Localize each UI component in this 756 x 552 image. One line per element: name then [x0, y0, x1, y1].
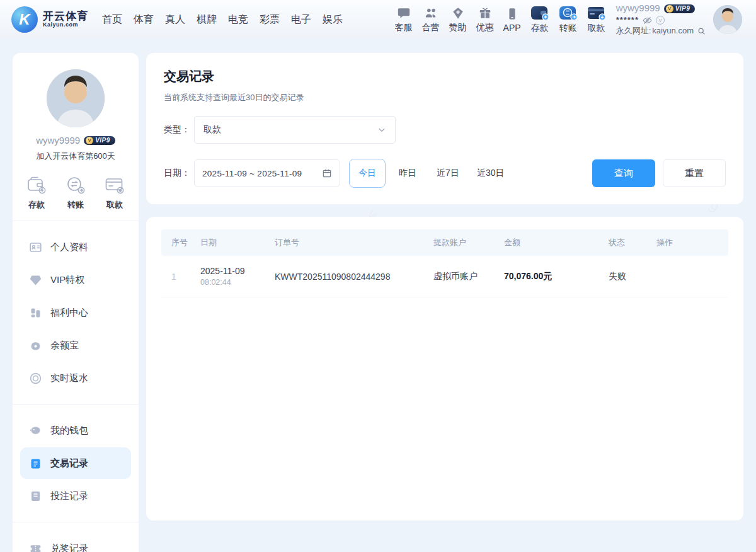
sidebar-item-label: VIP特权 [50, 274, 84, 286]
refresh-balance-icon[interactable]: v [656, 16, 665, 25]
range-today-button[interactable]: 今日 [349, 159, 386, 188]
sidebar-username: wywy9999 [36, 135, 80, 146]
user-info-block: wywy9999 V VIP9 ****** v 永久网址: kaiyun.co… [616, 3, 706, 36]
vip-level: VIP9 [675, 5, 690, 13]
sidebar-item-prize-records[interactable]: 兑奖记录 [20, 532, 131, 552]
bet-record-icon [29, 490, 42, 503]
range-7days-button[interactable]: 近7日 [430, 159, 466, 188]
nav-live[interactable]: 真人 [165, 13, 185, 26]
nav-sports[interactable]: 体育 [134, 13, 154, 26]
nav-esports[interactable]: 电竞 [228, 13, 248, 26]
brand-logo[interactable]: K 开云体育 Kaiyun.com [11, 6, 88, 33]
wallet-transfer[interactable]: 转账 [559, 5, 578, 34]
sidebar-vip-badge[interactable]: V VIP9 [84, 136, 115, 145]
service-promo[interactable]: 优惠 [476, 6, 494, 33]
sidebar-item-rebate[interactable]: 实时返水 [20, 362, 131, 394]
reset-button[interactable]: 重置 [663, 159, 726, 187]
gift-icon [478, 6, 492, 20]
deposit-icon [530, 5, 549, 21]
vip-level: VIP9 [95, 137, 110, 144]
service-label: 合营 [422, 22, 440, 33]
site-domain[interactable]: kaiyun.com [652, 26, 694, 36]
sidebar-item-yuebao[interactable]: 余额宝 [20, 330, 131, 361]
nav-lottery[interactable]: 彩票 [260, 13, 280, 26]
sidebar-item-label: 余额宝 [50, 340, 79, 352]
sidebar-item-transactions[interactable]: 交易记录 [20, 447, 131, 479]
type-label: 类型： [164, 124, 194, 135]
sidebar-avatar[interactable] [47, 69, 105, 127]
phone-icon [505, 7, 519, 21]
rebate-icon [29, 372, 42, 385]
sidebar: wywy9999 V VIP9 加入开云体育第600天 存款 转账 [13, 53, 139, 552]
sidebar-item-vip[interactable]: VIP特权 [20, 264, 131, 296]
wallet-label: 取款 [588, 23, 605, 34]
money-pot-icon [29, 339, 42, 352]
row-index: 1 [171, 272, 200, 282]
sidebar-item-my-wallet[interactable]: 我的钱包 [20, 415, 131, 446]
type-select[interactable]: 取款 [194, 116, 396, 144]
nav-home[interactable]: 首页 [102, 13, 122, 26]
row-account: 虚拟币账户 [433, 271, 504, 282]
welfare-icon [29, 306, 42, 319]
row-date: 2025-11-09 [200, 266, 275, 276]
service-customer[interactable]: 客服 [395, 6, 413, 33]
service-affiliate[interactable]: 合营 [422, 6, 440, 33]
chevron-down-icon [377, 125, 386, 134]
service-app[interactable]: APP [503, 7, 521, 33]
date-range-picker[interactable]: 2025-11-09 ~ 2025-11-09 [194, 159, 340, 187]
col-status: 状态 [609, 237, 656, 248]
sidebar-item-profile[interactable]: 个人资料 [20, 231, 131, 263]
nav-cards[interactable]: 棋牌 [197, 13, 217, 26]
sidebar-quick-actions: 存款 转账 取款 [13, 176, 139, 210]
vip-badge[interactable]: V VIP9 [664, 4, 696, 14]
range-yesterday-button[interactable]: 昨日 [389, 159, 426, 188]
col-date: 日期 [200, 237, 275, 248]
filter-card: 交易记录 当前系统支持查询最近30日的交易记录 类型： 取款 日期： 2025-… [146, 53, 743, 204]
balance-masked: ****** [616, 15, 639, 25]
quick-transfer[interactable]: 转账 [66, 176, 86, 210]
divider [13, 522, 139, 522]
sidebar-item-bet-records[interactable]: 投注记录 [20, 480, 131, 512]
wallet-withdraw[interactable]: 取款 [587, 5, 606, 34]
avatar[interactable] [713, 5, 742, 34]
page-title: 交易记录 [164, 68, 726, 85]
withdraw-icon [587, 5, 606, 21]
service-sponsor[interactable]: 赞助 [449, 6, 467, 33]
vip-shield-icon: V [666, 5, 673, 13]
magnifier-icon[interactable] [697, 27, 706, 35]
eye-off-icon[interactable] [643, 16, 652, 25]
card-outline-icon [105, 176, 125, 195]
date-range-value: 2025-11-09 ~ 2025-11-09 [202, 169, 302, 178]
quick-action-label: 转账 [67, 199, 84, 210]
page-subtitle: 当前系统支持查询最近30日的交易记录 [164, 92, 726, 103]
ticket-icon [29, 542, 42, 552]
piggy-wallet-icon [29, 424, 42, 437]
quick-withdraw[interactable]: 取款 [105, 176, 125, 210]
transactions-icon [29, 457, 42, 470]
brand-name: 开云体育 [43, 11, 88, 22]
wallet-deposit[interactable]: 存款 [530, 5, 549, 34]
calendar-icon [322, 168, 332, 178]
site-label: 永久网址: [616, 26, 651, 36]
quick-action-label: 存款 [28, 199, 45, 210]
query-button[interactable]: 查询 [592, 159, 655, 187]
table-row: 1 2025-11-09 08:02:44 KWWT20251109080244… [161, 256, 728, 297]
transfer-icon [559, 5, 578, 21]
divider [13, 221, 139, 221]
id-card-icon [29, 241, 42, 254]
sidebar-item-label: 实时返水 [50, 372, 88, 384]
table-header: 序号 日期 订单号 提款账户 金额 状态 操作 [161, 229, 728, 256]
sidebar-item-welfare[interactable]: 福利中心 [20, 297, 131, 328]
nav-entertainment[interactable]: 娱乐 [323, 13, 343, 26]
partners-icon [424, 6, 438, 20]
quick-range-group: 今日 昨日 近7日 近30日 [349, 159, 512, 188]
nav-slots[interactable]: 电子 [291, 13, 311, 26]
records-table-card: 序号 日期 订单号 提款账户 金额 状态 操作 1 2025-11-09 08:… [146, 217, 743, 520]
main-content: wywy9999 wywy9999 wywy9999 交易记录 当前系统支持查询… [146, 53, 743, 520]
brand-domain: Kaiyun.com [43, 22, 88, 28]
wallet-label: 转账 [559, 23, 577, 34]
username: wywy9999 [616, 3, 660, 14]
range-30days-button[interactable]: 近30日 [470, 159, 512, 188]
main-nav: 首页 体育 真人 棋牌 电竞 彩票 电子 娱乐 [102, 13, 343, 26]
quick-deposit[interactable]: 存款 [26, 176, 47, 210]
